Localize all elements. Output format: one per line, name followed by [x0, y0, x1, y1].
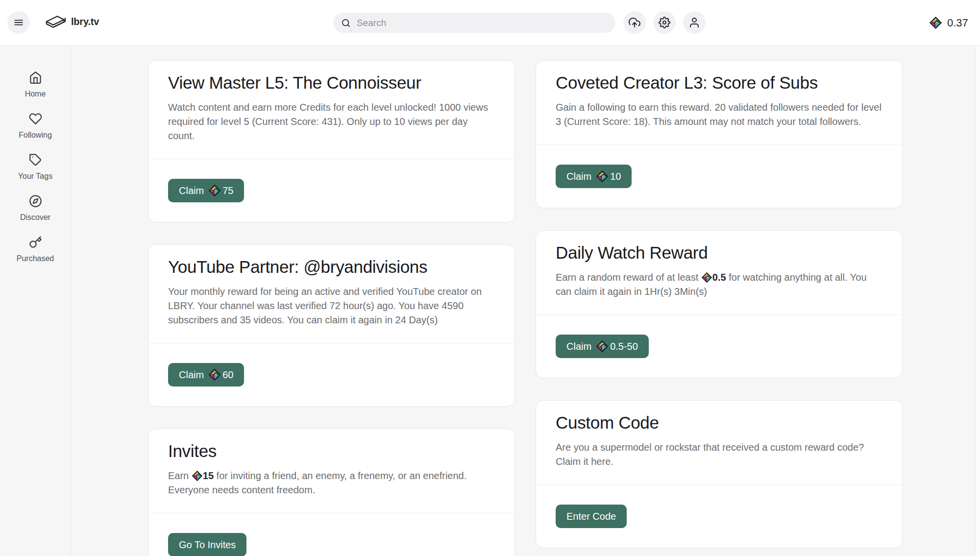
reward-card-title: Invites — [168, 441, 495, 461]
reward-action-label: Claim — [179, 369, 204, 381]
reward-card-footer: Claim 75 — [148, 159, 514, 222]
gear-icon — [659, 17, 670, 28]
search-icon — [341, 18, 351, 28]
reward-card-invites: Invites Earn 15 for inviting a friend, a… — [148, 429, 515, 556]
sidebar-item-label: Your Tags — [18, 172, 52, 181]
rewards-list: View Master L5: The Connoisseur Watch co… — [148, 60, 903, 556]
reward-card-description: Watch content and earn more Credits for … — [168, 100, 495, 143]
reward-action-label: Claim — [179, 185, 204, 196]
inline-credit-amount: 0.5 — [701, 272, 726, 283]
reward-action-label: Enter Code — [566, 511, 616, 522]
top-header: lbry.tv 0.37 — [0, 0, 980, 46]
sidebar-item-your-tags[interactable]: Your Tags — [0, 153, 71, 181]
search-bar — [333, 13, 615, 33]
reward-card-body: Coveted Creator L3: Score of Subs Gain a… — [536, 61, 902, 145]
sidebar-item-label: Following — [19, 131, 52, 140]
button-credit-amount: 0.5-50 — [596, 340, 638, 353]
sidebar-item-label: Purchased — [17, 254, 54, 263]
daily-watch-button[interactable]: Claim 0.5-50 — [556, 335, 649, 358]
lbc-credit-icon — [208, 184, 221, 197]
view-master-button[interactable]: Claim 75 — [168, 179, 244, 202]
upload-button[interactable] — [623, 11, 646, 34]
reward-action-label: Claim — [566, 171, 591, 182]
logo-text: lbry.tv — [71, 16, 99, 27]
reward-action-label: Claim — [566, 341, 591, 352]
reward-card-title: Coveted Creator L3: Score of Subs — [556, 73, 882, 93]
vertical-scrollbar[interactable] — [975, 46, 980, 556]
reward-card-footer: Claim 10 — [536, 145, 902, 208]
heart-icon — [29, 112, 42, 125]
credit-balance[interactable]: 0.37 — [929, 0, 968, 46]
person-icon — [688, 17, 700, 28]
reward-card-youtube-partner: YouTube Partner: @bryandivisions Your mo… — [148, 244, 515, 407]
reward-card-body: Custom Code Are you a supermodel or rock… — [536, 401, 902, 484]
lbc-credit-icon — [596, 170, 609, 183]
reward-card-description: Earn 15 for inviting a friend, an enemy,… — [168, 469, 495, 497]
reward-card-daily-watch: Daily Watch Reward Earn a random reward … — [536, 230, 903, 378]
rewards-column-right: Coveted Creator L3: Score of Subs Gain a… — [536, 60, 903, 556]
reward-card-footer: Claim 60 — [148, 343, 514, 406]
lbry-logo-icon — [43, 12, 66, 32]
reward-card-title: Custom Code — [556, 412, 882, 433]
sidebar-item-label: Home — [25, 90, 46, 98]
reward-card-custom-code: Custom Code Are you a supermodel or rock… — [536, 400, 903, 548]
credit-balance-icon-slot — [929, 16, 942, 29]
lbry-logo[interactable]: lbry.tv — [43, 12, 99, 32]
sidebar-item-label: Discover — [20, 213, 50, 222]
button-credit-amount: 10 — [596, 170, 621, 183]
reward-card-coveted-creator: Coveted Creator L3: Score of Subs Gain a… — [536, 60, 903, 208]
search-input[interactable] — [357, 18, 608, 28]
account-button[interactable] — [683, 11, 706, 34]
settings-button[interactable] — [653, 11, 676, 34]
reward-card-body: YouTube Partner: @bryandivisions Your mo… — [148, 245, 514, 343]
lbc-credit-icon — [701, 272, 712, 283]
coveted-creator-button[interactable]: Claim 10 — [556, 165, 632, 188]
lbc-credit-icon — [208, 368, 221, 381]
reward-card-description: Gain a following to earn this reward. 20… — [556, 100, 882, 129]
reward-card-body: Daily Watch Reward Earn a random reward … — [536, 231, 902, 314]
sidebar-item-following[interactable]: Following — [0, 112, 71, 140]
sidebar-item-purchased[interactable]: Purchased — [0, 236, 71, 263]
lbc-credit-icon — [929, 16, 942, 29]
reward-card-footer: Enter Code — [536, 484, 902, 548]
inline-credit-amount: 15 — [192, 470, 214, 481]
button-credit-amount: 75 — [208, 184, 233, 197]
reward-card-description: Earn a random reward of at least 0.5 for… — [556, 270, 882, 299]
tag-icon — [29, 153, 42, 167]
reward-card-title: View Master L5: The Connoisseur — [168, 73, 495, 93]
hamburger-icon — [13, 17, 24, 28]
lbc-credit-icon — [596, 340, 609, 353]
invites-button[interactable]: Go To Invites — [168, 533, 246, 556]
custom-code-button[interactable]: Enter Code — [556, 505, 627, 528]
reward-card-title: Daily Watch Reward — [556, 242, 882, 263]
cloud-upload-icon — [629, 17, 640, 28]
reward-card-footer: Claim 0.5-50 — [536, 314, 902, 378]
rewards-column-left: View Master L5: The Connoisseur Watch co… — [148, 60, 515, 556]
reward-card-title: YouTube Partner: @bryandivisions — [168, 257, 495, 277]
youtube-partner-button[interactable]: Claim 60 — [168, 363, 244, 387]
reward-card-footer: Go To Invites — [148, 513, 514, 556]
menu-button[interactable] — [7, 11, 30, 34]
reward-action-label: Go To Invites — [179, 539, 236, 551]
button-credit-amount: 60 — [208, 368, 233, 381]
reward-card-description: Are you a supermodel or rockstar that re… — [556, 440, 882, 469]
reward-card-body: View Master L5: The Connoisseur Watch co… — [148, 61, 514, 159]
key-icon — [29, 236, 42, 249]
sidebar-item-home[interactable]: Home — [0, 71, 71, 98]
compass-icon — [29, 194, 42, 208]
credit-balance-amount: 0.37 — [947, 17, 968, 29]
lbc-credit-icon — [192, 470, 203, 482]
reward-card-view-master: View Master L5: The Connoisseur Watch co… — [148, 60, 515, 222]
sidebar-nav: Home Following Your Tags Discover Purcha… — [0, 46, 71, 556]
home-icon — [29, 71, 42, 84]
sidebar-item-discover[interactable]: Discover — [0, 194, 71, 222]
reward-card-body: Invites Earn 15 for inviting a friend, a… — [148, 429, 514, 513]
reward-card-description: Your monthly reward for being an active … — [168, 285, 495, 327]
